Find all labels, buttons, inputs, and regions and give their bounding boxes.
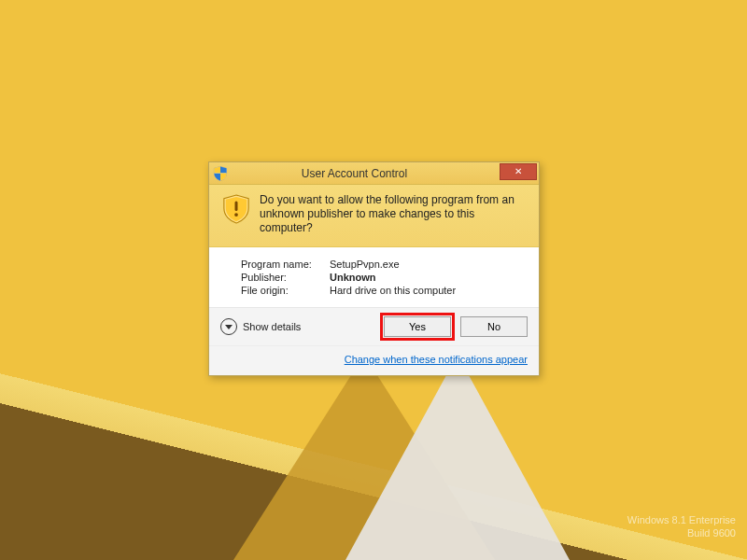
uac-dialog: User Account Control ✕ Do you want to al… [208, 161, 540, 376]
yes-button-label: Yes [409, 321, 426, 332]
no-button-label: No [487, 321, 500, 332]
value-publisher: Unknown [330, 272, 376, 283]
info-row-program: Program name: SetupPvpn.exe [241, 259, 526, 270]
show-details-toggle[interactable]: Show details [220, 318, 374, 335]
svg-rect-0 [235, 202, 238, 211]
dialog-title: User Account Control [209, 167, 500, 180]
change-notifications-link[interactable]: Change when these notifications appear [345, 354, 528, 365]
value-program-name: SetupPvpn.exe [330, 259, 400, 270]
svg-point-1 [234, 213, 238, 217]
banner-message: Do you want to allow the following progr… [260, 193, 526, 235]
windows-watermark: Windows 8.1 Enterprise Build 9600 [627, 513, 736, 539]
titlebar[interactable]: User Account Control ✕ [209, 162, 539, 185]
watermark-line: Build 9600 [627, 526, 736, 539]
close-icon: ✕ [514, 167, 522, 176]
chevron-down-icon [220, 318, 237, 335]
yes-button[interactable]: Yes [384, 316, 451, 337]
close-button[interactable]: ✕ [500, 163, 537, 180]
watermark-line: Windows 8.1 Enterprise [627, 513, 736, 526]
value-file-origin: Hard drive on this computer [330, 285, 456, 296]
no-button[interactable]: No [460, 316, 528, 337]
uac-shield-icon [222, 193, 250, 225]
label-file-origin: File origin: [241, 285, 330, 296]
wallpaper-shape [345, 355, 570, 560]
uac-banner: Do you want to allow the following progr… [209, 185, 539, 247]
button-row: Show details Yes No [209, 307, 539, 345]
link-row: Change when these notifications appear [209, 345, 539, 375]
info-row-file-origin: File origin: Hard drive on this computer [241, 285, 526, 296]
show-details-label: Show details [243, 321, 301, 332]
dialog-body: Program name: SetupPvpn.exe Publisher: U… [209, 247, 539, 307]
label-program-name: Program name: [241, 259, 330, 270]
info-row-publisher: Publisher: Unknown [241, 272, 526, 283]
uac-shield-small-icon [213, 166, 228, 181]
label-publisher: Publisher: [241, 272, 330, 283]
desktop-wallpaper: Windows 8.1 Enterprise Build 9600 User A… [0, 0, 747, 560]
